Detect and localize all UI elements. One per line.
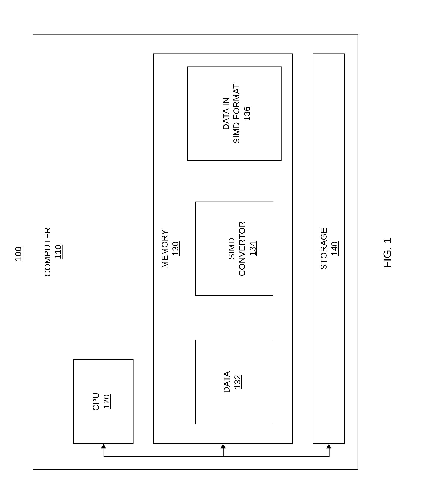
cpu-label: CPU 120 <box>91 359 112 444</box>
figure-label: FIG. 1 <box>381 237 394 268</box>
simd-convertor-label: SIMD CONVERTOR 134 <box>215 201 269 296</box>
arrow-to-storage-icon <box>326 444 331 449</box>
bus-to-storage <box>329 448 329 457</box>
memory-label: MEMORY 130 <box>160 210 181 288</box>
data-label: DATA 132 <box>221 340 243 424</box>
bus-to-memory <box>223 448 224 457</box>
bus-trunk <box>104 456 329 457</box>
storage-label: STORAGE 140 <box>318 210 340 288</box>
computer-label: COMPUTER 110 <box>42 216 64 288</box>
arrow-to-memory-icon <box>220 444 226 449</box>
system-reference: 100 <box>13 246 23 262</box>
arrow-to-cpu-icon <box>101 444 106 449</box>
diagram-canvas: 100 COMPUTER 110 CPU 120 MEMORY 130 DATA… <box>0 0 443 504</box>
bus-to-cpu <box>104 448 104 457</box>
data-simd-label: DATA IN SIMD FORMAT 136 <box>210 67 263 161</box>
